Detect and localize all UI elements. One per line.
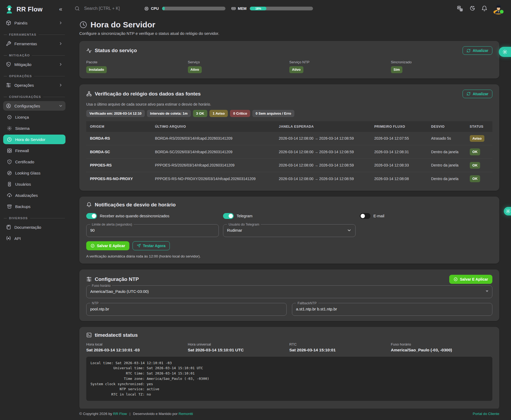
toggle-switch-on[interactable] <box>223 213 234 219</box>
sidebar-item-backups[interactable]: Backups <box>3 202 65 211</box>
status-badge: Ativo <box>289 66 303 73</box>
clock-icon <box>79 21 87 29</box>
email-toggle[interactable]: E-mail <box>360 213 492 219</box>
refresh-service-status-button[interactable]: Atualizar <box>463 46 492 55</box>
clock-check-chips: Verificado em: 2026-03-14 12:10 Interval… <box>86 110 492 117</box>
gear-icon <box>505 209 511 214</box>
sidebar-item-certificado[interactable]: Certificado <box>3 157 65 167</box>
time-field-value: Sat 2026-03-14 15:10:01 <box>289 348 391 352</box>
save-apply-label: Salvar E Aplicar <box>97 244 125 248</box>
sidebar-item-firewall[interactable]: Firewall <box>3 146 65 155</box>
notification-toggles: Receber aviso quando dessincronizados Te… <box>86 213 492 219</box>
field-label: Pacote <box>86 60 188 64</box>
timedatectl-card: timedatectl status Hora local Sat 2026-0… <box>79 327 499 409</box>
footer: © Copyright 2026 by RR Flow | Desenvolvi… <box>69 409 511 420</box>
user-avatar[interactable] <box>493 3 504 14</box>
id-card-icon <box>7 182 12 187</box>
fields-spacer <box>360 223 492 237</box>
maintainer-link[interactable]: Remontti <box>179 412 193 416</box>
notifications-card: Notificações de desvio de horário Recebe… <box>79 197 499 264</box>
search-input[interactable] <box>84 6 130 11</box>
cube-icon <box>6 20 11 26</box>
check-circle-icon <box>454 277 458 281</box>
time-field-label: Hora universal <box>188 342 290 346</box>
sidebar-item-label: Atualizações <box>15 193 38 198</box>
row-status-badge: OK <box>470 175 480 182</box>
telegram-toggle[interactable]: Telegram <box>223 213 356 219</box>
clock-check-description: Usa o último arquivo de cada source ativ… <box>86 102 492 106</box>
col-desvio: DESVIO <box>427 121 466 132</box>
sidebar-item-hora-do-servidor[interactable]: Hora do Servidor <box>3 135 65 144</box>
toggle-switch-off[interactable] <box>360 213 370 219</box>
status-badge: Sim <box>391 66 403 73</box>
ntp-server-input[interactable] <box>90 306 283 311</box>
translate-button[interactable] <box>457 5 463 12</box>
clock-check-header: Verificação do relógio dos dados das fon… <box>86 90 492 98</box>
sidebar-item-configuracoes[interactable]: Configurações <box>3 101 65 111</box>
col-status: STATUS <box>466 121 492 132</box>
sidebar-item-usuarios[interactable]: Usuários <box>3 179 65 189</box>
timezone-select[interactable]: America/Sao_Paulo (UTC-03:00) <box>90 288 488 294</box>
search-icon[interactable] <box>75 6 80 11</box>
fallback-ntp-label: FallbackNTP <box>296 301 318 305</box>
timedatectl-summary: Hora local Sat 2026-03-14 12:10:01 -03 H… <box>86 342 492 352</box>
timedatectl-output: Local time: Sat 2026-03-14 12:10:01 -03 … <box>86 357 492 401</box>
sidebar-item-licenca[interactable]: Licença <box>3 112 65 122</box>
timedatectl-title: timedatectl status <box>95 332 138 338</box>
activity-icon <box>86 48 92 53</box>
alert-limit-label: Limite de alerta (segundos) <box>90 223 134 226</box>
collect-interval-chip: Intervalo de coleta: 1m <box>147 110 191 117</box>
toggle-label: Telegram <box>237 214 253 218</box>
telegram-user-select[interactable]: Rudimar <box>227 227 352 233</box>
memory-icon <box>231 6 236 11</box>
cpu-label: CPU <box>151 6 159 11</box>
ntp-save-apply-button[interactable]: Salvar E Aplicar <box>449 275 492 284</box>
refresh-button-label: Atualizar <box>473 48 488 53</box>
client-portal-link[interactable]: Portal do Cliente <box>473 412 499 416</box>
cell-desvio: Dentro da janela <box>427 159 466 172</box>
sidebar-item-operacoes[interactable]: Operações <box>3 80 65 90</box>
col-ultimo-arquivo: ÚLTIMO ARQUIVO <box>151 121 275 132</box>
desync-alert-toggle[interactable]: Receber aviso quando dessincronizados <box>86 213 219 219</box>
ntp-config-header: Configuração NTP Salvar E Aplicar <box>86 275 492 284</box>
chevron-right-icon <box>59 21 63 25</box>
alert-limit-field: Limite de alerta (segundos) <box>86 223 219 237</box>
notifications-title: Notificações de desvio de horário <box>95 202 176 208</box>
sidebar-item-documentacao[interactable]: Documentação <box>3 222 65 232</box>
floating-settings-button[interactable] <box>499 47 511 57</box>
sidebar-item-paineis[interactable]: Painéis <box>3 18 65 28</box>
sidebar-section-mitigacao: MITIGAÇÃO <box>4 54 65 57</box>
sidebar-item-label: Documentação <box>14 225 41 230</box>
sidebar-item-atualizacoes[interactable]: Atualizações <box>3 190 65 200</box>
sidebar-section-ferramentas: FERRAMENTAS <box>4 33 65 36</box>
sidebar-collapse-button[interactable]: « <box>57 6 64 13</box>
braces-asterisk-icon <box>6 236 11 241</box>
sidebar-item-ferramentas[interactable]: Ferramentas <box>3 39 65 48</box>
fallback-ntp-input[interactable] <box>296 306 488 311</box>
check-circle-icon <box>90 244 95 248</box>
cell-origem: PPPOES-RS <box>86 159 151 172</box>
mem-meter: MEM 18% <box>231 6 313 11</box>
cell-desvio: Atrasado 5s <box>427 132 466 145</box>
toggle-switch-on[interactable] <box>86 213 97 219</box>
notifications-button[interactable] <box>481 5 488 12</box>
refresh-clock-check-button[interactable]: Atualizar <box>463 90 492 98</box>
chevron-right-icon <box>59 83 63 87</box>
save-apply-button[interactable]: Salvar E Aplicar <box>86 241 129 250</box>
dark-mode-button[interactable] <box>469 5 475 12</box>
mem-label: MEM <box>238 6 247 11</box>
floating-settings-button-secondary[interactable] <box>504 207 511 215</box>
sidebar-item-mitigacao[interactable]: Mitigação <box>3 60 65 69</box>
sidebar-item-looking-glass[interactable]: Looking Glass <box>3 168 65 178</box>
sidebar-item-sistema[interactable]: Sistema <box>3 123 65 133</box>
status-field: Serviço NTP Ativo <box>289 60 391 73</box>
cell-arquivo: PPPOES-RS-NO-PROXY/2026/03/14/nfcapd.202… <box>151 172 275 185</box>
sidebar-item-api[interactable]: API <box>3 234 65 243</box>
moon-stars-icon <box>469 5 475 12</box>
sidebar-item-label: Sistema <box>15 126 30 131</box>
alert-limit-input[interactable] <box>90 227 215 232</box>
test-now-button[interactable]: Testar Agora <box>133 241 170 250</box>
maintained-text: Desenvolvido e Mantido por <box>133 412 178 416</box>
wrench-icon <box>6 41 11 46</box>
footer-brand-link[interactable]: RR Flow <box>113 412 127 416</box>
